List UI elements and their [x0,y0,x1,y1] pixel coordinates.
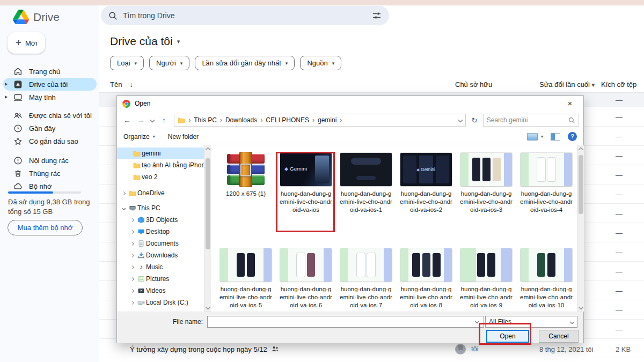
sidebar-item-recent[interactable]: Gần đây [3,122,97,135]
organize-button[interactable]: Organize ▾ [123,133,155,141]
filter-type[interactable]: Loại▾ [110,56,144,70]
tree-item-onedrive[interactable]: OneDrive [117,187,204,199]
file-item[interactable]: huong-dan-dung-gemini-live-cho-android-v… [218,246,274,312]
chevron-right-icon[interactable] [119,192,128,195]
sidebar-item-trash[interactable]: Thùng rác [3,167,97,180]
file-item[interactable]: huong-dan-dung-gemini-live-cho-android-v… [518,246,574,312]
tree-item-music[interactable]: ♪ Music [117,261,204,273]
cancel-button[interactable]: Cancel [539,330,579,343]
size-cell: — [616,96,623,104]
chevron-right-icon[interactable] [128,254,136,257]
file-name-input[interactable] [207,316,484,328]
new-folder-button[interactable]: New folder [168,133,199,141]
tree-item-3d-objects[interactable]: 3D Objects [117,214,204,226]
scrollbar-thumb[interactable] [579,155,583,214]
history-dropdown[interactable] [149,114,156,126]
chevron-down-icon: ▾ [592,82,595,88]
chevron-down-icon[interactable] [119,207,128,210]
scroll-up-icon[interactable] [206,147,211,153]
breadcrumb-downloads[interactable]: Downloads [225,116,257,124]
drive-logo[interactable]: Drive [13,10,60,24]
chevron-right-icon[interactable] [128,290,136,292]
chevron-right-icon[interactable] [128,301,136,304]
column-owner[interactable]: Chủ sở hữu [455,80,492,88]
file-item-archive[interactable]: 644 x 362 (1) [218,151,274,242]
help-icon[interactable]: ? [568,132,577,141]
grid-scrollbar[interactable] [577,145,584,312]
new-button[interactable]: + Mới [8,32,45,54]
file-label: huong-dan-dung-gemini-live-cho-android-v… [398,190,454,214]
tree-item-veo-2[interactable]: veo 2 [117,171,204,183]
view-mode-button[interactable]: ▾ [527,133,543,141]
expander-icon[interactable] [3,83,9,86]
sidebar-item-computers[interactable]: Máy tính [3,91,97,104]
breadcrumb-cellphones[interactable]: CELLPHONES [266,116,309,124]
sidebar-item-my-drive[interactable]: Drive của tôi [3,78,97,91]
breadcrumb-this-pc[interactable]: This PC [194,116,217,124]
tree-item-gemini[interactable]: gemini [117,147,204,159]
chevron-right-icon[interactable] [128,242,136,245]
expander-icon[interactable] [3,95,9,99]
tree-item-documents[interactable]: Documents [117,238,204,249]
refresh-icon[interactable]: ↻ [468,114,480,127]
sidebar-item-shared-with-me[interactable]: Được chia sẻ với tôi [3,109,97,122]
chevron-right-icon[interactable] [128,278,136,280]
filter-people[interactable]: Người▾ [149,56,189,70]
file-item[interactable]: huong-dan-dung-gemini-live-cho-android-v… [398,246,454,312]
file-item[interactable]: huong-dan-dung-gemini-live-cho-android-v… [518,151,574,242]
search-input[interactable] [123,11,367,20]
address-bar[interactable]: › This PC › Downloads › CELLPHONES › gem… [174,114,466,127]
file-item[interactable]: huong-dan-dung-gemini-live-cho-android-v… [458,246,514,312]
tree-item-local-disk-c[interactable]: Local Disk (C:) [117,297,204,308]
page-title[interactable]: Drive của tôi [110,35,173,48]
file-item[interactable]: huong-dan-dung-gemini-live-cho-android-v… [458,151,514,242]
tree-item-label: tạo ảnh AI bằng iPhone [142,161,204,169]
file-item[interactable]: Gemini huong-dan-dung-gemini-live-cho-an… [398,151,454,242]
breadcrumb-gemini[interactable]: gemini [318,116,336,124]
search-options-icon[interactable] [372,11,382,20]
chevron-right-icon[interactable] [128,219,136,221]
tree-item-desktop[interactable]: Desktop [117,226,204,238]
preview-pane-icon[interactable] [551,133,560,141]
tree-scrollbar[interactable] [204,145,211,312]
column-size[interactable]: Kích cỡ tệp [601,80,636,88]
filter-modified[interactable]: Lần sửa đổi gần đây nhất▾ [195,56,295,70]
column-name[interactable]: Tên ↓ [110,80,133,88]
tree-item-downloads[interactable]: Downloads [117,249,204,261]
tree-item-tao-anh[interactable]: tạo ảnh AI bằng iPhone [117,159,204,171]
chevron-down-icon[interactable]: ▾ [177,38,180,45]
tree-item-this-pc[interactable]: This PC [117,202,204,214]
dialog-titlebar[interactable]: Open × [117,96,583,111]
back-button[interactable]: ← [121,114,133,126]
chevron-down-icon: ▾ [286,61,288,66]
sidebar-item-home[interactable]: Trang chủ [3,65,97,78]
scroll-down-icon[interactable] [206,305,211,310]
buy-storage-button[interactable]: Mua thêm bộ nhớ [8,220,83,235]
close-icon[interactable]: × [562,98,578,109]
file-item[interactable]: huong-dan-dung-gemini-live-cho-android-v… [338,151,394,242]
column-modified[interactable]: Sửa đổi lần cuối ▾ [539,80,595,88]
scrollbar-thumb[interactable] [206,158,210,249]
tree-item-pictures[interactable]: Pictures [117,273,204,285]
scroll-down-icon[interactable] [579,305,584,310]
sort-arrow-icon[interactable]: ↓ [129,80,133,88]
spam-icon [13,156,23,165]
sidebar-item-storage[interactable]: Bộ nhớ [3,180,97,193]
dialog-search-input[interactable] [487,116,568,124]
chevron-right-icon[interactable] [128,266,136,269]
forward-button[interactable]: → [135,114,147,126]
monitor-icon [128,204,137,212]
file-item[interactable]: huong-dan-dung-gemini-live-cho-android-v… [278,246,334,312]
sidebar-item-starred[interactable]: Có gắn dấu sao [3,135,97,147]
file-label: huong-dan-dung-gemini-live-cho-android-v… [518,285,574,309]
dialog-search-box[interactable] [483,114,579,127]
address-dropdown-icon[interactable] [458,118,463,122]
scroll-up-icon[interactable] [579,147,584,153]
tree-item-videos[interactable]: Videos [117,285,204,297]
drive-search-bar[interactable] [101,6,389,25]
up-button[interactable]: ↑ [158,114,170,126]
filter-source[interactable]: Nguồn▾ [300,56,341,70]
file-item[interactable]: huong-dan-dung-gemini-live-cho-android-v… [338,246,394,312]
chevron-right-icon[interactable] [128,231,136,233]
sidebar-item-spam[interactable]: Nội dung rác [3,154,97,167]
